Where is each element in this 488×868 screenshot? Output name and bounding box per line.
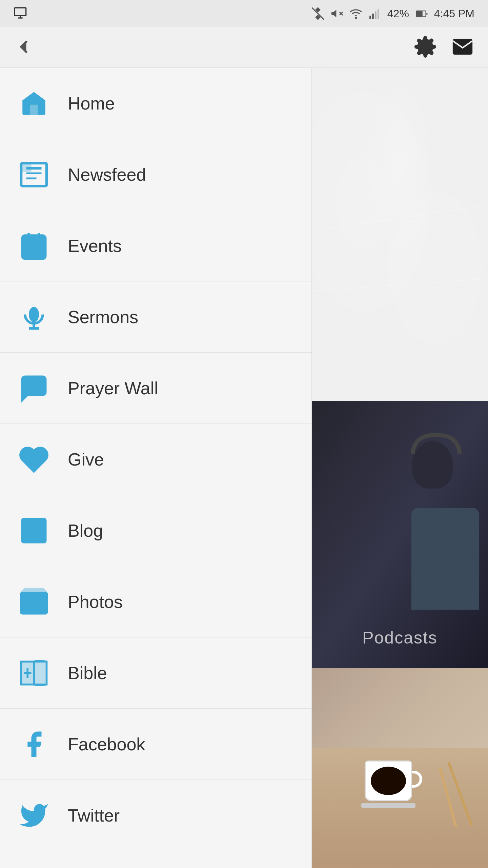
nav-label-blog: Blog [68, 520, 103, 541]
ocean-panel [312, 68, 488, 401]
status-bar: 42% 4:45 PM [0, 0, 488, 27]
nav-label-newsfeed: Newsfeed [68, 164, 146, 185]
nav-label-facebook: Facebook [68, 734, 145, 754]
svg-point-31 [29, 307, 39, 322]
nav-item-give[interactable]: Give [0, 424, 311, 495]
nav-label-give: Give [68, 449, 104, 470]
header [0, 27, 488, 68]
nav-item-home[interactable]: Home [0, 68, 311, 139]
right-panel: Podcasts [312, 68, 488, 868]
settings-button[interactable] [413, 35, 437, 60]
nav-label-bible: Bible [68, 663, 107, 683]
status-time: 4:45 PM [434, 7, 474, 20]
nav-item-events[interactable]: Events [0, 210, 311, 281]
svg-rect-9 [372, 14, 374, 19]
sermons-icon [17, 300, 51, 334]
nav-item-photos[interactable]: Photos [0, 566, 311, 637]
header-actions [413, 35, 474, 60]
facebook-icon [17, 727, 51, 761]
svg-rect-0 [15, 8, 26, 16]
nav-item-sermons[interactable]: Sermons [0, 281, 311, 353]
prayer-icon [17, 371, 51, 405]
svg-rect-26 [27, 247, 30, 250]
photos-icon [17, 585, 51, 619]
podcasts-label: Podcasts [362, 628, 438, 648]
battery-text: 42% [387, 7, 409, 20]
nav-label-twitter: Twitter [68, 805, 120, 826]
nav-item-blog[interactable]: Blog [0, 495, 311, 566]
nav-label-photos: Photos [68, 592, 123, 612]
nav-item-facebook[interactable]: Facebook [0, 709, 311, 780]
back-button[interactable] [14, 37, 34, 58]
nav-item-twitter[interactable]: Twitter [0, 780, 311, 851]
events-icon [17, 229, 51, 263]
blog-icon [17, 514, 51, 548]
svg-point-7 [355, 17, 356, 18]
nav-label-prayer-wall: Prayer Wall [68, 378, 158, 398]
svg-rect-11 [378, 9, 379, 19]
messages-button[interactable] [451, 35, 474, 60]
status-icons: 42% 4:45 PM [311, 7, 474, 20]
svg-rect-10 [375, 12, 377, 19]
nav-label-sermons: Sermons [68, 307, 138, 327]
svg-rect-30 [33, 252, 35, 255]
svg-rect-21 [21, 163, 32, 172]
bible-icon [17, 656, 51, 690]
nav-label-events: Events [68, 236, 122, 256]
svg-point-42 [32, 601, 36, 605]
twitter-icon [17, 798, 51, 832]
svg-rect-27 [33, 247, 35, 250]
svg-rect-36 [22, 519, 45, 542]
podcasts-panel: Podcasts [312, 401, 488, 668]
svg-rect-8 [369, 16, 371, 19]
newsfeed-icon [17, 158, 51, 192]
svg-rect-14 [417, 12, 422, 16]
nav-item-newsfeed[interactable]: Newsfeed [0, 139, 311, 210]
nav-label-home: Home [68, 93, 115, 114]
nav-item-prayer-wall[interactable]: Prayer Wall [0, 353, 311, 424]
svg-rect-16 [30, 104, 38, 115]
nav-item-bible[interactable]: Bible [0, 637, 311, 709]
svg-rect-29 [27, 252, 30, 255]
home-icon [17, 86, 51, 120]
status-left [14, 6, 27, 21]
svg-marker-4 [331, 10, 336, 17]
coffee-panel [312, 668, 488, 868]
give-icon [17, 442, 51, 476]
svg-rect-28 [38, 247, 40, 250]
sidebar: Home Newsfeed [0, 68, 312, 868]
main-container: Home Newsfeed [0, 68, 488, 868]
